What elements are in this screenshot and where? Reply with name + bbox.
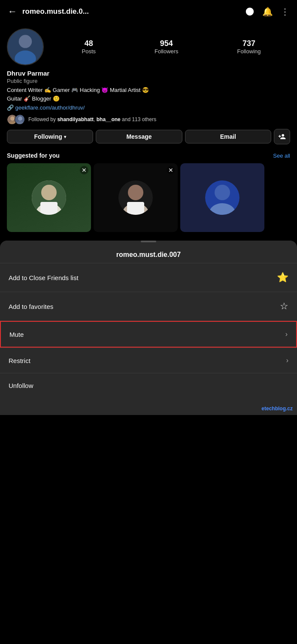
- following-button[interactable]: Following ▾: [7, 130, 93, 143]
- following-chevron-icon: ▾: [64, 134, 66, 139]
- profile-top: 48 Posts 954 Followers 737 Following: [7, 28, 290, 65]
- profile-category: Public figure: [7, 78, 290, 84]
- more-options-icon[interactable]: ⋮: [281, 6, 289, 17]
- restrict-item[interactable]: Restrict ›: [0, 348, 297, 373]
- avatar-image: [8, 29, 43, 64]
- suggested-card-1[interactable]: ✕: [7, 163, 91, 232]
- mute-label: Mute: [9, 331, 24, 338]
- suggested-header: Suggested for you See all: [7, 150, 290, 163]
- svg-point-4: [10, 116, 15, 121]
- suggested-title: Suggested for you: [7, 152, 60, 159]
- following-label: Following: [237, 48, 261, 55]
- suggested-list: ✕ ✕: [7, 163, 290, 232]
- restrict-chevron-icon: ›: [286, 357, 288, 364]
- followed-by-text: Followed by shandilyabhatt, bha__one and…: [28, 116, 156, 122]
- add-close-friends-label: Add to Close Friends list: [9, 274, 79, 281]
- followed-by: Followed by shandilyabhatt, bha__one and…: [7, 114, 290, 125]
- bottom-sheet-overlay: romeo.must.die.007 Add to Close Friends …: [0, 241, 297, 415]
- bottom-sheet: romeo.must.die.007 Add to Close Friends …: [0, 241, 297, 415]
- followers-label: Followers: [155, 48, 179, 55]
- profile-name: Dhruv Parmar: [7, 70, 290, 77]
- add-to-close-friends-item[interactable]: Add to Close Friends list ⭐: [0, 263, 297, 292]
- followed-avatar-2: [15, 114, 25, 125]
- favorites-star-icon: ☆: [280, 301, 288, 312]
- unfollow-label: Unfollow: [9, 382, 33, 389]
- unfollow-item[interactable]: Unfollow: [0, 373, 297, 398]
- suggested-card-3[interactable]: [180, 163, 264, 232]
- restrict-label: Restrict: [9, 357, 30, 364]
- top-bar: ← romeo.must.die.0... 🔔 ⋮: [0, 0, 297, 23]
- close-suggested-1[interactable]: ✕: [80, 166, 88, 174]
- add-favorites-label: Add to favorites: [9, 303, 53, 310]
- posts-label: Posts: [82, 48, 96, 55]
- svg-point-7: [18, 116, 22, 121]
- watermark: etechblog.cz: [261, 406, 293, 412]
- mute-item[interactable]: Mute ›: [0, 321, 297, 348]
- svg-point-10: [41, 185, 57, 200]
- svg-rect-16: [127, 202, 144, 215]
- close-friends-star-icon: ⭐: [277, 272, 288, 283]
- profile-link[interactable]: 🔗 geekflare.com/author/dhruv/: [7, 104, 290, 111]
- avatar[interactable]: [7, 28, 44, 65]
- close-suggested-2[interactable]: ✕: [167, 166, 175, 174]
- add-to-favorites-item[interactable]: Add to favorites ☆: [0, 292, 297, 320]
- see-all-button[interactable]: See all: [273, 153, 290, 159]
- profile-section: 48 Posts 954 Followers 737 Following Dhr…: [0, 23, 297, 236]
- add-user-button[interactable]: [274, 129, 290, 144]
- svg-rect-12: [40, 202, 58, 215]
- svg-point-1: [19, 35, 32, 48]
- notifications-icon[interactable]: 🔔: [262, 6, 273, 17]
- followers-stat[interactable]: 954 Followers: [155, 39, 179, 55]
- back-button[interactable]: ←: [8, 6, 17, 17]
- profile-username-topbar: romeo.must.die.0...: [22, 7, 240, 16]
- followed-avatars: [7, 114, 25, 125]
- following-stat[interactable]: 737 Following: [237, 39, 261, 55]
- mute-chevron-icon: ›: [285, 330, 288, 338]
- top-bar-icons: 🔔 ⋮: [245, 6, 289, 17]
- stats-row: 48 Posts 954 Followers 737 Following: [52, 39, 290, 55]
- posts-stat[interactable]: 48 Posts: [82, 39, 96, 55]
- sheet-username: romeo.must.die.007: [0, 242, 297, 263]
- threads-icon[interactable]: [245, 7, 255, 16]
- svg-point-14: [128, 185, 143, 200]
- profile-bio: Content Writer ✍️ Gamer 🎮 Hacking 😈 Mart…: [7, 86, 290, 103]
- email-button[interactable]: Email: [185, 130, 271, 143]
- suggested-card-2[interactable]: ✕: [94, 163, 178, 232]
- action-buttons: Following ▾ Message Email: [7, 129, 290, 144]
- svg-point-18: [215, 185, 230, 200]
- posts-count: 48: [85, 39, 93, 48]
- followers-count: 954: [160, 39, 173, 48]
- message-button[interactable]: Message: [96, 130, 182, 143]
- following-count: 737: [242, 39, 255, 48]
